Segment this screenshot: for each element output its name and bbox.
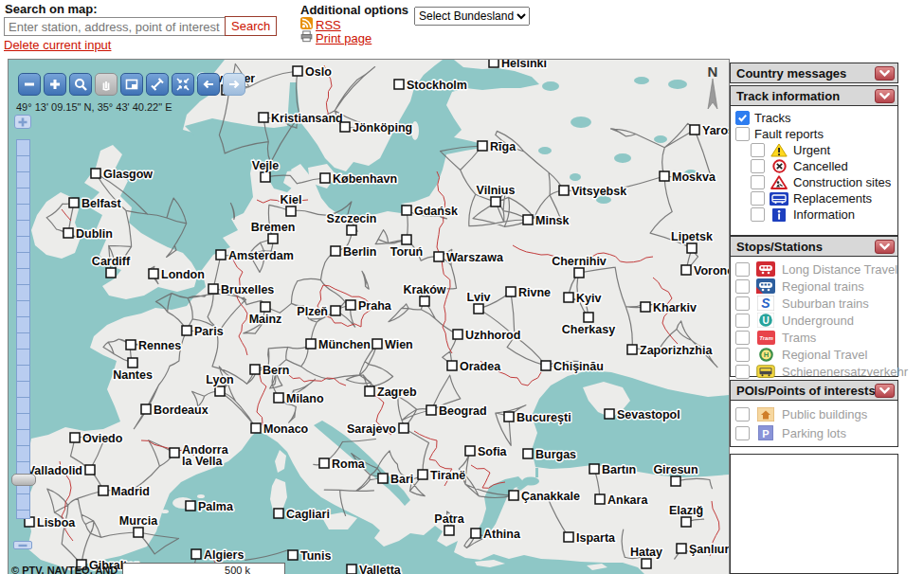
checkbox-cancelled[interactable]	[751, 159, 765, 173]
city-marker-murcia[interactable]	[134, 528, 143, 537]
city-marker-kristiansand[interactable]	[259, 113, 268, 122]
city-marker-elaz-[interactable]	[681, 517, 691, 527]
checkbox-underground[interactable]	[735, 314, 750, 328]
panel-header-track-information[interactable]: Track information	[730, 85, 898, 106]
city-marker-monaco[interactable]	[251, 423, 261, 433]
zoom-slider-minus-button[interactable]	[13, 541, 32, 549]
collapse-button[interactable]	[875, 384, 895, 398]
city-marker-sofia[interactable]	[465, 446, 475, 456]
checkbox-information[interactable]	[751, 207, 765, 222]
city-marker-palma[interactable]	[186, 501, 195, 511]
city-marker-athina[interactable]	[471, 529, 480, 538]
city-marker-ankara[interactable]	[595, 494, 605, 504]
city-marker-patra[interactable]	[444, 526, 454, 535]
city-marker-lviv[interactable]	[474, 304, 483, 314]
measure-button[interactable]	[146, 73, 169, 96]
city-marker-isparta[interactable]	[564, 532, 573, 542]
city-marker-chi-in-u[interactable]	[541, 361, 551, 370]
city-marker-giresun[interactable]	[671, 476, 680, 486]
city-marker-plze-[interactable]	[331, 306, 340, 315]
city-marker-belfast[interactable]	[69, 198, 79, 207]
zoom-in-button[interactable]	[44, 73, 66, 96]
city-marker-toru-[interactable]	[402, 235, 411, 244]
checkbox-urgent[interactable]	[751, 143, 765, 157]
city-marker-gda-sk[interactable]	[402, 206, 411, 215]
city-marker-rennes[interactable]	[126, 340, 136, 350]
city-marker-bruxelles[interactable]	[208, 284, 218, 294]
city-marker-roma[interactable]	[319, 458, 329, 468]
city-marker-madrid[interactable]	[99, 486, 108, 495]
collapse-button[interactable]	[875, 240, 895, 254]
city-marker-bari[interactable]	[378, 474, 388, 483]
search-input[interactable]	[4, 17, 226, 36]
city-marker-kyiv[interactable]	[564, 293, 573, 302]
city-marker-uzhhorod[interactable]	[453, 330, 462, 339]
city-marker-oradea[interactable]	[447, 361, 457, 370]
city-marker-warszawa[interactable]	[434, 252, 444, 261]
city-marker-wien[interactable]	[372, 339, 382, 349]
city-marker-bart-n[interactable]	[589, 464, 599, 474]
city-marker-voronezh[interactable]	[681, 265, 691, 275]
city-marker-valletta[interactable]	[347, 565, 356, 574]
city-marker-yaroslavl[interactable]	[690, 125, 699, 135]
city-marker-szczecin[interactable]	[347, 225, 356, 235]
search-button[interactable]: Search	[225, 16, 277, 36]
zoom-slider-plus-button[interactable]	[14, 115, 31, 129]
city-marker-nantes[interactable]	[128, 358, 137, 368]
zoom-out-button[interactable]	[18, 73, 41, 96]
city-marker-kharkiv[interactable]	[641, 302, 650, 312]
forward-button[interactable]	[223, 73, 245, 96]
bundesland-select[interactable]: Select Bundesland	[414, 7, 530, 26]
zoom-box-button[interactable]	[69, 73, 92, 96]
checkbox-fault-reports[interactable]	[735, 127, 750, 141]
collapse-button[interactable]	[875, 89, 895, 103]
city-marker-oslo[interactable]	[293, 66, 302, 76]
print-page-link[interactable]: Print page	[316, 31, 371, 45]
collapse-button[interactable]	[875, 66, 895, 81]
checkbox-replacements[interactable]	[751, 191, 765, 206]
city-marker-minsk[interactable]	[523, 215, 533, 224]
city-marker-amsterdam[interactable]	[216, 250, 226, 260]
checkbox-regional-travel[interactable]	[735, 348, 750, 362]
checkbox-trams[interactable]	[735, 331, 750, 345]
city-marker-tiran-[interactable]	[418, 470, 427, 479]
city-marker-cagliari[interactable]	[274, 509, 283, 518]
city-marker-berlin[interactable]	[331, 246, 340, 256]
checkbox-public-buildings[interactable]	[735, 407, 750, 422]
city-marker-j-nk-ping[interactable]	[340, 122, 350, 132]
city-marker-stockholm[interactable]	[394, 80, 404, 89]
city-marker-beograd[interactable]	[426, 405, 436, 415]
city-marker-andorra-la-vella[interactable]	[170, 448, 179, 457]
city-marker--anl-urfa[interactable]	[677, 544, 686, 553]
city-marker-bordeaux[interactable]	[141, 404, 151, 414]
city-marker-vitsyebsk[interactable]	[559, 186, 569, 195]
city-marker-krak-w[interactable]	[420, 296, 429, 306]
city-marker-kiel[interactable]	[286, 206, 296, 216]
europe-map[interactable]: StavangerOsloStockholmHelsinkiKristiansa…	[9, 60, 729, 574]
city-marker-moskva[interactable]	[660, 171, 669, 181]
city-marker-bucure-ti[interactable]	[504, 412, 514, 422]
city-marker-tunis[interactable]	[288, 550, 298, 560]
city-marker-m-nchen[interactable]	[306, 339, 316, 349]
checkbox-construction-sites[interactable]	[751, 175, 765, 189]
city-marker-vilnius[interactable]	[491, 197, 500, 206]
city-marker-hatay[interactable]	[642, 559, 651, 568]
city-marker-lipetsk[interactable]	[687, 243, 697, 253]
center-map-button[interactable]	[172, 73, 194, 96]
city-marker-sevastopol[interactable]	[605, 409, 614, 419]
checkbox-tracks[interactable]	[735, 111, 750, 125]
map-canvas[interactable]: StavangerOsloStockholmHelsinkiKristiansa…	[8, 59, 730, 574]
city-marker-cherkasy[interactable]	[584, 313, 593, 322]
city-marker-zagreb[interactable]	[365, 386, 374, 396]
zoom-slider-track[interactable]	[16, 139, 30, 519]
panel-header-country-messages[interactable]: Country messages	[730, 63, 898, 83]
city-marker-helsinki[interactable]	[489, 60, 498, 67]
pan-hand-button[interactable]	[95, 73, 118, 96]
city-marker-lyon[interactable]	[215, 386, 225, 396]
zoom-slider-thumb[interactable]	[11, 474, 36, 486]
checkbox-schienenersatzverkehr[interactable]	[735, 365, 750, 379]
city-marker-chernihiv[interactable]	[574, 268, 584, 278]
city-marker-burgas[interactable]	[523, 449, 533, 458]
city-marker--anakkale[interactable]	[509, 491, 518, 500]
city-marker-k-benhavn[interactable]	[320, 173, 330, 183]
